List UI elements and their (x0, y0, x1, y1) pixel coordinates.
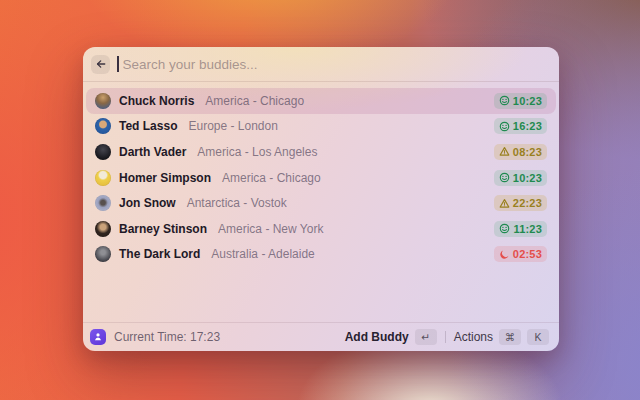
time-badge: 11:23 (494, 221, 547, 237)
smiley-icon (499, 223, 510, 234)
buddy-time: 11:23 (513, 223, 542, 235)
avatar (95, 221, 111, 237)
command-palette-window: Chuck Norris America - Chicago 10:23 Ted… (83, 47, 559, 351)
add-buddy-action[interactable]: Add Buddy ↵ (345, 329, 437, 345)
avatar (95, 118, 111, 134)
buddy-row-ted-lasso[interactable]: Ted Lasso Europe - London 16:23 (86, 114, 556, 140)
warning-icon (499, 198, 510, 209)
buddy-glyph-icon (93, 332, 103, 342)
buddy-row-barney-stinson[interactable]: Barney Stinson America - New York 11:23 (86, 216, 556, 242)
buddy-time: 16:23 (513, 120, 542, 132)
buddy-name: Chuck Norris (119, 94, 194, 108)
time-badge: 10:23 (494, 93, 547, 109)
buddy-location: Antarctica - Vostok (187, 196, 287, 210)
buddy-time: 10:23 (513, 172, 542, 184)
time-badge: 08:23 (494, 144, 547, 160)
back-button[interactable] (91, 55, 110, 74)
search-bar (83, 47, 559, 82)
time-badge: 02:53 (494, 246, 547, 262)
footer-divider (445, 331, 446, 343)
avatar (95, 93, 111, 109)
buddy-row-chuck-norris[interactable]: Chuck Norris America - Chicago 10:23 (86, 88, 556, 114)
buddy-location: Europe - London (188, 119, 277, 133)
warning-icon (499, 146, 510, 157)
actions-menu-trigger[interactable]: Actions ⌘ K (454, 329, 549, 345)
text-cursor (117, 56, 119, 72)
actions-label: Actions (454, 330, 493, 344)
buddy-location: Australia - Adelaide (211, 247, 314, 261)
current-time-label: Current Time: 17:23 (114, 330, 220, 344)
buddy-location: America - Los Angeles (197, 145, 317, 159)
avatar (95, 144, 111, 160)
smiley-icon (499, 172, 510, 183)
buddy-name: Jon Snow (119, 196, 176, 210)
time-badge: 10:23 (494, 170, 547, 186)
buddy-location: America - New York (218, 222, 323, 236)
footer-bar: Current Time: 17:23 Add Buddy ↵ Actions … (83, 322, 559, 351)
avatar (95, 246, 111, 262)
buddy-location: America - Chicago (222, 171, 321, 185)
add-buddy-label: Add Buddy (345, 330, 409, 344)
moon-icon (499, 249, 510, 260)
time-badge: 22:23 (494, 195, 547, 211)
buddy-time: 10:23 (513, 95, 542, 107)
avatar (95, 170, 111, 186)
buddy-row-darth-vader[interactable]: Darth Vader America - Los Angeles 08:23 (86, 139, 556, 165)
buddy-name: Barney Stinson (119, 222, 207, 236)
buddy-row-the-dark-lord[interactable]: The Dark Lord Australia - Adelaide 02:53 (86, 242, 556, 268)
buddy-name: Darth Vader (119, 145, 186, 159)
buddies-app-icon (90, 329, 106, 345)
buddy-location: America - Chicago (205, 94, 304, 108)
smiley-icon (499, 121, 510, 132)
smiley-icon (499, 95, 510, 106)
buddy-name: The Dark Lord (119, 247, 200, 261)
buddy-time: 08:23 (513, 146, 542, 158)
avatar (95, 195, 111, 211)
arrow-left-icon (95, 58, 107, 70)
buddy-row-homer-simpson[interactable]: Homer Simpson America - Chicago 10:23 (86, 165, 556, 191)
time-badge: 16:23 (494, 118, 547, 134)
buddy-row-jon-snow[interactable]: Jon Snow Antarctica - Vostok 22:23 (86, 190, 556, 216)
buddy-time: 22:23 (513, 197, 542, 209)
cmd-key-badge: ⌘ (499, 329, 521, 345)
buddy-name: Homer Simpson (119, 171, 211, 185)
buddy-list: Chuck Norris America - Chicago 10:23 Ted… (83, 82, 559, 322)
k-key-badge: K (527, 329, 549, 345)
buddy-name: Ted Lasso (119, 119, 177, 133)
search-input[interactable] (121, 56, 550, 73)
enter-key-badge: ↵ (415, 329, 437, 345)
buddy-time: 02:53 (513, 248, 542, 260)
